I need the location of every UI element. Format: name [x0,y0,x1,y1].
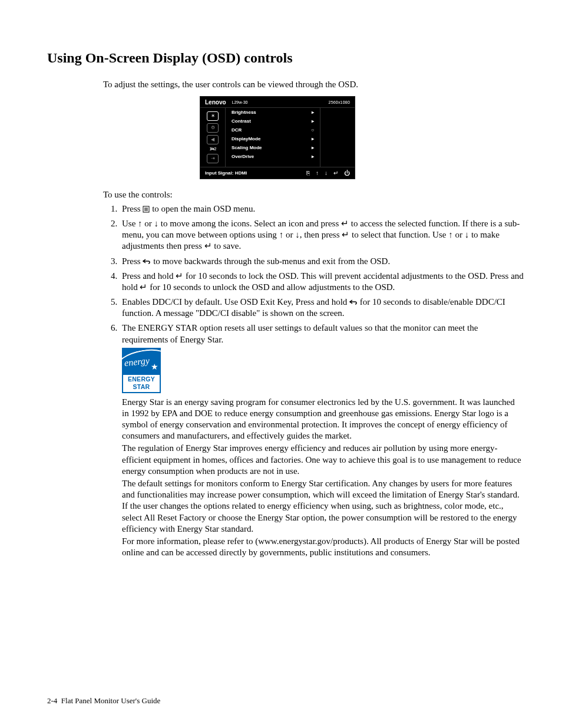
osd-down-icon: ↓ [325,170,328,176]
arrow-up-icon: ↑ [448,230,453,239]
osd-up-icon: ↑ [316,170,319,176]
doc-title: Flat Panel Monitor User's Guide [61,696,160,705]
back-icon [349,299,358,306]
energy-star-script: energy [124,355,150,370]
back-icon [143,258,151,265]
page-footer: 2-4 Flat Panel Monitor User's Guide [47,696,160,706]
steps-lead: To use the controls: [103,190,524,200]
arrow-down-icon: ↓ [154,219,159,228]
energy-star-para-3: The default settings for monitors confor… [122,478,524,535]
osd-nav-brightness-icon: ☀ [207,111,219,121]
menu-icon [143,206,150,213]
osd-menu-list: Brightness▸ Contrast▸ DCR○ DisplayMode▸ … [226,108,320,167]
chevron-right-icon: ▸ [312,118,314,124]
chevron-right-icon: ▸ [312,145,314,150]
osd-item-contrast: Contrast▸ [226,117,320,126]
star-icon: ★ [151,362,158,373]
page-title: Using On-Screen Display (OSD) controls [47,50,524,66]
energy-star-para-2: The regulation of Energy Star improves e… [122,443,524,477]
intro-text: To adjust the settings, the user control… [103,79,524,90]
step-4: Press and hold ↵ for 10 seconds to lock … [120,271,524,297]
energy-star-logo: energy ★ ENERGY STAR [122,348,161,393]
chevron-right-icon: ▸ [312,110,314,115]
step-3: Press to move backwards through the sub-… [120,256,524,271]
osd-item-scalingmode: Scaling Mode▸ [226,143,320,152]
arrow-down-icon: ↓ [295,230,300,239]
arrow-up-icon: ↑ [138,219,143,228]
energy-star-label: ENERGY STAR [122,374,161,393]
osd-item-brightness: Brightness▸ [226,108,320,117]
page-number: 2-4 [47,696,57,705]
osd-brand: Lenovo [205,99,226,106]
enter-icon: ↵ [204,241,212,251]
osd-enter-icon: ↵ [333,170,338,176]
osd-exit-icon: ⎘ [306,170,310,176]
steps-list: Press to open the main OSD menu. Use ↑ o… [103,203,524,564]
osd-item-dcr: DCR○ [226,126,320,134]
circle-icon: ○ [311,127,314,133]
enter-icon: ↵ [342,230,349,239]
osd-nav-color-icon: ⚙ [207,123,219,133]
osd-power-icon: ⏻ [344,170,350,176]
step-1: Press to open the main OSD menu. [120,203,524,218]
osd-item-displaymode: DisplayMode▸ [226,134,320,143]
osd-resolution: 2560x1080 [329,100,350,104]
osd-item-overdrive: OverDrive▸ [226,152,320,161]
energy-star-para-4: For more information, please refer to (w… [122,536,524,558]
osd-nav-input-icon: 1⇆2 [210,147,216,151]
osd-nav-column: ☀ ⚙ ◀ 1⇆2 ⇥ [200,108,226,167]
step-2: Use ↑ or ↓ to move among the icons. Sele… [120,218,524,256]
osd-nav-menu-icon: ⇥ [207,154,219,163]
enter-icon: ↵ [341,219,349,228]
energy-star-para-1: Energy Star is an energy saving program … [122,397,524,442]
chevron-right-icon: ▸ [312,136,314,141]
step-5: Enables DDC/CI by default. Use OSD Exit … [120,297,524,322]
arrow-up-icon: ↑ [279,230,284,239]
osd-nav-speaker-icon: ◀ [207,135,219,144]
osd-screenshot: Lenovo L29w-30 2560x1080 ☀ ⚙ ◀ 1⇆2 ⇥ Bri… [200,96,355,179]
osd-model: L29w-30 [232,100,248,104]
chevron-right-icon: ▸ [312,154,314,159]
osd-input-signal: Input Signal: HDMI [205,170,247,176]
step-6: The ENERGY STAR option resets all user s… [120,322,524,563]
osd-preview-pane [320,108,355,167]
